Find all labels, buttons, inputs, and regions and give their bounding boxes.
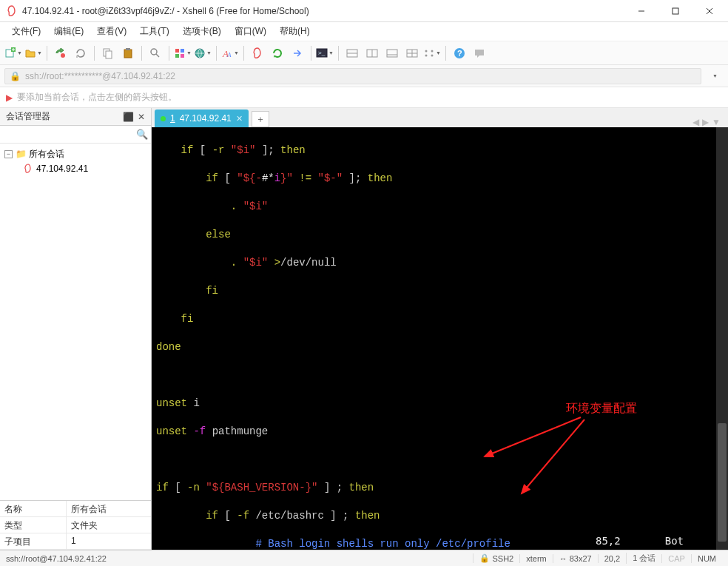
refresh-button[interactable] xyxy=(269,44,286,62)
status-size: ↔ 83x27 xyxy=(553,554,598,563)
tab-bar: 1 47.104.92.41 ✕ ＋ ◀ ▶ ▼ xyxy=(152,108,728,127)
menu-help[interactable]: 帮助(H) xyxy=(274,23,316,40)
statusbar: ssh://root@47.104.92.41:22 🔒SSH2 xterm ↔… xyxy=(0,550,728,566)
status-ssh: 🔒SSH2 xyxy=(473,553,519,563)
session-icon xyxy=(22,164,34,174)
sidebar-properties: 名称所有会话 类型文件夹 子项目1 xyxy=(0,500,151,550)
layout-bar-button[interactable] xyxy=(383,44,401,62)
app-icon xyxy=(6,5,18,17)
paste-button[interactable] xyxy=(119,44,137,62)
svg-line-14 xyxy=(156,54,159,57)
xshell-icon[interactable] xyxy=(249,44,266,62)
open-button[interactable]: ▼ xyxy=(24,44,42,62)
tab-close-icon[interactable]: ✕ xyxy=(236,114,243,124)
terminal[interactable]: if [ -r "$i" ]; then if [ "${-#*i}" != "… xyxy=(152,127,728,550)
svg-point-36 xyxy=(431,54,434,56)
help-button[interactable]: ? xyxy=(451,44,468,62)
address-bar: 🔒 ssh://root:***********@47.104.92.41:22… xyxy=(0,65,728,87)
menu-tabs[interactable]: 选项卡(B) xyxy=(177,23,227,40)
grid-button[interactable]: ▼ xyxy=(174,44,192,62)
session-manager: 会话管理器 ⬛ ✕ 🔍 − 📁 所有会话 47.104.92.41 名称所有会话… xyxy=(0,108,152,550)
menu-view[interactable]: 查看(V) xyxy=(91,23,132,40)
copy-button[interactable] xyxy=(99,44,117,62)
new-tab-button[interactable]: ＋ xyxy=(252,111,269,127)
svg-text:>_: >_ xyxy=(318,50,326,56)
search-icon[interactable]: 🔍 xyxy=(136,129,148,140)
menu-tools[interactable]: 工具(T) xyxy=(134,23,175,40)
disconnect-button[interactable] xyxy=(52,44,70,62)
prop-row: 类型文件夹 xyxy=(0,517,151,533)
svg-rect-1 xyxy=(673,8,678,14)
search-input[interactable] xyxy=(3,127,136,142)
terminal-icon-button[interactable]: >_▼ xyxy=(316,44,334,62)
scroll-position: Bot xyxy=(665,534,684,548)
svg-rect-17 xyxy=(175,54,179,58)
content-area: 1 47.104.92.41 ✕ ＋ ◀ ▶ ▼ if [ -r "$i" ];… xyxy=(152,108,728,550)
arrow-button[interactable] xyxy=(289,44,306,62)
status-termtype: xterm xyxy=(519,554,553,563)
separator xyxy=(338,46,339,61)
layout-dots-button[interactable]: ▼ xyxy=(423,44,441,62)
hint-text: 要添加当前会话，点击左侧的箭头按钮。 xyxy=(17,91,177,104)
tab-nav: ◀ ▶ ▼ xyxy=(692,117,725,127)
layout-v-button[interactable] xyxy=(363,44,381,62)
main-area: 会话管理器 ⬛ ✕ 🔍 − 📁 所有会话 47.104.92.41 名称所有会话… xyxy=(0,108,728,550)
annotation-label: 环境变量配置 xyxy=(566,401,637,415)
tab-menu-icon[interactable]: ▼ xyxy=(712,117,721,127)
svg-text:A: A xyxy=(226,51,232,58)
layout-grid-button[interactable] xyxy=(403,44,421,62)
separator xyxy=(243,46,244,61)
menu-window[interactable]: 窗口(W) xyxy=(229,23,272,40)
address-text: ssh://root:***********@47.104.92.41:22 xyxy=(25,71,175,81)
minimize-button[interactable] xyxy=(624,0,658,21)
globe-button[interactable]: ▼ xyxy=(194,44,212,62)
cursor-position: 85,2 xyxy=(596,534,621,548)
folder-icon: 📁 xyxy=(15,149,27,159)
collapse-icon[interactable]: − xyxy=(4,150,13,158)
address-dropdown[interactable]: ▼ xyxy=(706,67,724,85)
tab-label: 47.104.92.41 xyxy=(180,113,232,124)
session-tab[interactable]: 1 47.104.92.41 ✕ xyxy=(155,110,249,127)
svg-point-35 xyxy=(425,54,428,56)
sidebar-search: 🔍 xyxy=(0,126,151,144)
svg-point-13 xyxy=(151,49,157,55)
close-button[interactable] xyxy=(692,0,727,21)
svg-rect-15 xyxy=(175,49,179,53)
menu-file[interactable]: 文件(F) xyxy=(6,23,47,40)
scrollbar-thumb[interactable] xyxy=(718,423,727,542)
close-panel-icon[interactable]: ✕ xyxy=(135,112,148,122)
chat-button[interactable] xyxy=(471,44,488,62)
prop-key: 名称 xyxy=(0,501,67,516)
sidebar-title: 会话管理器 xyxy=(6,110,121,123)
svg-rect-12 xyxy=(126,48,130,50)
separator xyxy=(445,46,446,61)
titlebar: 47.104.92.41 - root@iZ6t33vpf46j9vZ:/ - … xyxy=(0,0,728,22)
separator xyxy=(216,46,217,61)
new-session-button[interactable]: ▼ xyxy=(4,44,22,62)
svg-rect-16 xyxy=(181,49,184,53)
font-button[interactable]: AA▼ xyxy=(221,44,239,62)
tab-prev-icon[interactable]: ◀ xyxy=(692,117,699,127)
prop-val: 1 xyxy=(67,533,151,549)
tab-next-icon[interactable]: ▶ xyxy=(702,117,709,127)
pin-icon[interactable]: ⬛ xyxy=(121,112,135,122)
flag-icon: ▶ xyxy=(6,92,13,103)
scrollbar[interactable] xyxy=(716,127,728,550)
status-dot-icon xyxy=(161,116,166,121)
prop-row: 名称所有会话 xyxy=(0,501,151,517)
status-cap: CAP xyxy=(661,554,691,563)
find-button[interactable] xyxy=(146,44,164,62)
separator xyxy=(47,46,47,61)
menu-edit[interactable]: 编辑(E) xyxy=(48,23,90,40)
prop-key: 子项目 xyxy=(0,533,67,549)
layout-h-button[interactable] xyxy=(343,44,361,62)
svg-point-8 xyxy=(61,53,65,58)
lock-icon: 🔒 xyxy=(479,553,490,563)
maximize-button[interactable] xyxy=(658,0,692,21)
tree-root[interactable]: − 📁 所有会话 xyxy=(1,146,149,161)
reconnect-button[interactable] xyxy=(72,44,90,62)
svg-rect-11 xyxy=(124,50,132,58)
tree-item-label: 47.104.92.41 xyxy=(36,164,88,174)
tree-item[interactable]: 47.104.92.41 xyxy=(1,161,149,176)
address-field[interactable]: 🔒 ssh://root:***********@47.104.92.41:22 xyxy=(4,68,701,84)
